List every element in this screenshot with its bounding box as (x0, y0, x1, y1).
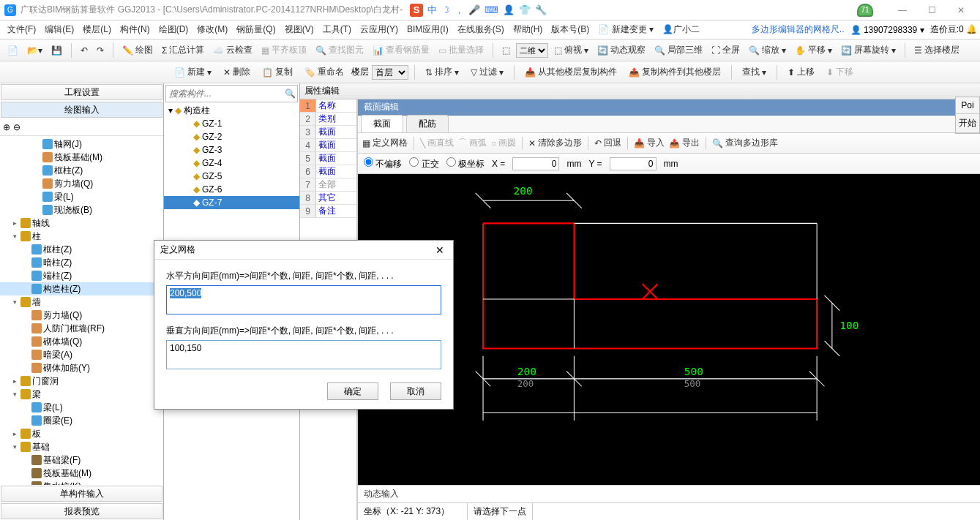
search-input[interactable] (166, 86, 283, 101)
dialog-cancel-button[interactable]: 取消 (390, 383, 441, 400)
tb-local3d[interactable]: 🔍局部三维 (651, 42, 706, 58)
prop-row[interactable]: 8其它 (300, 192, 356, 205)
tree-node[interactable]: 现浇板(B) (0, 203, 163, 216)
menu-draw[interactable]: 绘图(D) (154, 21, 193, 38)
tb-dim-select[interactable]: 二维 (516, 43, 548, 58)
etb-search[interactable]: 🔍查询多边形库 (712, 137, 778, 149)
tree-node[interactable]: 集水坑(K) (0, 480, 163, 485)
tb-topview[interactable]: ⬚俯视▾ (551, 42, 591, 58)
tree-node[interactable]: 暗梁(A) (0, 348, 163, 361)
tree-node[interactable]: 剪力墙(Q) (0, 177, 163, 190)
etb-import[interactable]: 📥导入 (634, 137, 665, 149)
tb-full[interactable]: ⛶全屏 (708, 42, 743, 58)
tree-node[interactable]: 框柱(Z) (0, 243, 163, 256)
collapse-all-icon[interactable]: ⊖ (13, 122, 20, 132)
prop-row[interactable]: 7全部 (300, 178, 356, 192)
ime-mic-icon[interactable]: 🎤 (468, 4, 480, 15)
tb2-copy[interactable]: 📋复制 (258, 64, 297, 80)
tb-redo-icon[interactable]: ↷ (94, 44, 107, 57)
tree-node[interactable]: 筏板基础(M) (0, 151, 163, 164)
tb-zoom[interactable]: 🔍缩放▾ (746, 42, 789, 58)
list-item[interactable]: ◆ GZ-3 (164, 143, 299, 157)
tb2-up[interactable]: ⬆上移 (783, 64, 819, 80)
tree-node[interactable]: 圈梁(E) (0, 414, 163, 427)
prop-row[interactable]: 1名称 (300, 99, 356, 113)
tb2-sort[interactable]: ⇅排序▾ (421, 64, 463, 80)
tb-flat[interactable]: ▦ 平齐板顶 (258, 42, 310, 58)
tree-node[interactable]: 砌体加筋(Y) (0, 361, 163, 374)
tree-node[interactable]: 梁(L) (0, 401, 163, 414)
menu-edit[interactable]: 编辑(E) (40, 21, 78, 38)
y-input[interactable] (610, 157, 657, 170)
menu-component[interactable]: 构件(N) (116, 21, 154, 38)
list-item[interactable]: ◆ GZ-7 (164, 196, 299, 209)
user-phone[interactable]: 👤 13907298339 ▾ (850, 25, 924, 35)
list-item[interactable]: ◆ GZ-4 (164, 157, 299, 170)
tree-node[interactable]: ▾基础 (0, 440, 163, 453)
tb2-filter[interactable]: ▽过滤▾ (466, 64, 508, 80)
prop-row[interactable]: 9备注 (300, 205, 356, 218)
dynamic-input-bar[interactable]: 动态输入 (358, 485, 980, 502)
tb2-rename[interactable]: 🏷️重命名 (300, 64, 348, 80)
tree-node[interactable]: ▾墙 (0, 295, 163, 309)
dialog-ok-button[interactable]: 确定 (327, 383, 378, 400)
tree-node[interactable]: ▾梁 (0, 388, 163, 401)
etb-clear[interactable]: ✕ 清除多边形 (528, 137, 582, 149)
tree-node[interactable]: 梁(L) (0, 190, 163, 203)
dialog-close-icon[interactable]: ✕ (433, 243, 447, 257)
menu-bim[interactable]: BIM应用(I) (403, 21, 453, 38)
tb-pan[interactable]: ✋平移▾ (792, 42, 835, 58)
tb-box3d-icon[interactable]: ⬚ (499, 44, 513, 57)
side-tab-poi[interactable]: Poi (956, 97, 979, 114)
poly-hint[interactable]: 多边形编辑器的网格尺.. (752, 23, 845, 36)
component-tree[interactable]: 轴网(J)筏板基础(M)框柱(Z)剪力墙(Q)梁(L)现浇板(B)▸轴线▾柱框柱… (0, 136, 163, 485)
menu-floor[interactable]: 楼层(L) (78, 21, 116, 38)
tb-findg[interactable]: 🔍查找图元 (313, 42, 367, 58)
ime-moon-icon[interactable]: ☽ (441, 4, 450, 15)
tb-save-icon[interactable]: 💾 (48, 44, 65, 57)
tb2-copyfrom[interactable]: 📥从其他楼层复制构件 (520, 64, 621, 80)
prop-row[interactable]: 6截面 (300, 165, 356, 178)
menu-rebar[interactable]: 钢筋量(Q) (232, 21, 280, 38)
etb-export[interactable]: 📤导出 (669, 137, 700, 149)
tree-node[interactable]: 构造柱(Z) (0, 282, 163, 295)
tb-new-icon[interactable]: 📄 (4, 44, 21, 57)
tb-cloud[interactable]: ☁️云检查 (210, 42, 255, 58)
prop-row[interactable]: 2类别 (300, 113, 356, 126)
menu-online[interactable]: 在线服务(S) (453, 21, 509, 38)
radio-ortho[interactable]: 正交 (409, 157, 438, 170)
h-spacing-input[interactable]: 200,500 (166, 285, 441, 314)
radio-nooffset[interactable]: 不偏移 (364, 157, 402, 170)
etb-arc[interactable]: ⌒ 画弧 (458, 137, 487, 149)
tb-selfloor[interactable]: ☰选择楼层 (911, 42, 962, 58)
tree-node[interactable]: 人防门框墙(RF) (0, 322, 163, 335)
tb2-new[interactable]: 📄新建▾ (170, 64, 216, 80)
tree-node[interactable]: 筏板基础(M) (0, 467, 163, 480)
tb2-floor-select[interactable]: 首层 (372, 65, 408, 80)
menu-user-small[interactable]: 👤广小二 (658, 21, 704, 38)
tab-section[interactable]: 截面 (361, 115, 403, 132)
tb-draw[interactable]: ✏️绘图 (119, 42, 156, 58)
dialog-titlebar[interactable]: 定义网格 ✕ (154, 241, 453, 260)
window-maximize[interactable]: ☐ (917, 3, 946, 18)
menu-version[interactable]: 版本号(B) (547, 21, 594, 38)
menu-view[interactable]: 视图(V) (280, 21, 318, 38)
etb-defgrid[interactable]: ▦ 定义网格 (362, 137, 408, 149)
ime-shirt-icon[interactable]: 👕 (519, 4, 531, 15)
tb2-down[interactable]: ⬇下移 (822, 64, 858, 80)
x-input[interactable] (512, 157, 559, 170)
tab-rebar[interactable]: 配筋 (406, 115, 449, 132)
prop-row[interactable]: 3截面 (300, 126, 356, 139)
tree-node[interactable]: ▸轴线 (0, 216, 163, 230)
window-close[interactable]: ✕ (946, 3, 976, 18)
menu-tools[interactable]: 工具(T) (318, 21, 356, 38)
tree-node[interactable]: 框柱(Z) (0, 164, 163, 177)
tree-node[interactable]: ▾柱 (0, 230, 163, 243)
prop-row[interactable]: 5截面 (300, 152, 356, 165)
tree-node[interactable]: 轴网(J) (0, 137, 163, 151)
tb-dynview[interactable]: 🔄动态观察 (594, 42, 648, 58)
tb-undo-icon[interactable]: ↶ (78, 44, 91, 57)
list-item[interactable]: ◆ GZ-2 (164, 130, 299, 143)
list-item[interactable]: ◆ GZ-1 (164, 117, 299, 130)
tree-node[interactable]: 砌体墙(Q) (0, 335, 163, 348)
